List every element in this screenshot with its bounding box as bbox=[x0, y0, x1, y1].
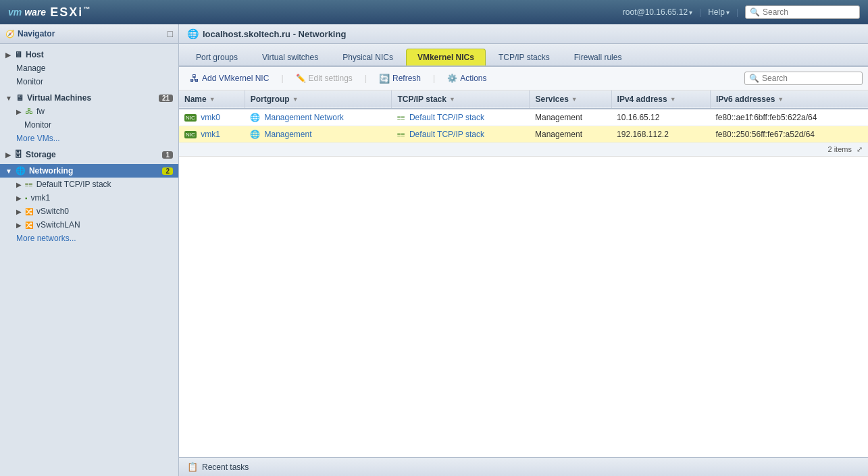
chevron-right-icon3: ▶ bbox=[5, 151, 11, 159]
chevron-down-icon2: ▼ bbox=[5, 167, 12, 175]
col-header-ipv6[interactable]: IPv6 addresses ▼ bbox=[710, 90, 868, 109]
expand-icon[interactable]: ⤢ bbox=[857, 145, 863, 153]
main-layout: 🧭 Navigator □ ▶ 🖥 Host Manage Monitor bbox=[0, 24, 868, 476]
sidebar-item-more-vms[interactable]: More VMs... bbox=[0, 132, 178, 145]
user-display[interactable]: root@10.16.65.12 ▾ bbox=[623, 7, 692, 17]
sort-icon-services: ▼ bbox=[571, 96, 578, 103]
col-header-tcpip[interactable]: TCP/IP stack ▼ bbox=[392, 90, 530, 109]
sidebar-section-networking: ▼ 🌐 Networking 2 ▶ ≡≡ Default TCP/IP sta… bbox=[0, 163, 178, 246]
help-dropdown-icon: ▾ bbox=[726, 9, 730, 16]
recent-tasks-icon: 📋 bbox=[187, 462, 198, 472]
cell-portgroup-0: 🌐 Management Network bbox=[245, 109, 392, 126]
col-header-services[interactable]: Services ▼ bbox=[530, 90, 611, 109]
toolbar-separator2: | bbox=[365, 74, 367, 83]
edit-settings-button[interactable]: ✏️ Edit settings bbox=[290, 72, 358, 85]
chevron-down-icon: ▼ bbox=[5, 95, 12, 102]
sidebar-item-manage[interactable]: Manage bbox=[0, 61, 178, 75]
cell-ipv4-1: 192.168.112.2 bbox=[611, 126, 710, 143]
sidebar-item-vmk1[interactable]: ▶ ▪ vmk1 bbox=[0, 191, 178, 205]
sidebar-section-storage: ▶ 🗄 Storage 1 bbox=[0, 147, 178, 163]
networking-icon: 🌐 bbox=[16, 166, 26, 176]
header-search-input[interactable] bbox=[763, 7, 855, 17]
content-area: 🌐 localhost.skoltech.ru - Networking Por… bbox=[179, 24, 868, 476]
cell-services-0: Management bbox=[530, 109, 611, 126]
cell-ipv6-1: fe80::250:56ff:fe67:a52d/64 bbox=[710, 126, 868, 143]
refresh-icon: 🔄 bbox=[379, 74, 390, 84]
col-header-name[interactable]: Name ▼ bbox=[179, 90, 245, 109]
vmware-logo-text: vm bbox=[8, 7, 22, 18]
col-header-portgroup[interactable]: Portgroup ▼ bbox=[245, 90, 392, 109]
tab-tcpip-stacks[interactable]: TCP/IP stacks bbox=[487, 49, 561, 65]
vmware-logo-text2: ware bbox=[24, 7, 46, 18]
table-row[interactable]: NIC vmk1 🌐 Management ≡≡ Default TCP/IP … bbox=[179, 126, 868, 143]
chevron-right-icon5: ▶ bbox=[16, 194, 22, 202]
tabs-bar: Port groups Virtual switches Physical NI… bbox=[179, 44, 868, 67]
sort-icon-tcpip: ▼ bbox=[449, 96, 455, 103]
toolbar-separator3: | bbox=[433, 74, 435, 83]
vmkernel-nics-table: Name ▼ Portgroup ▼ TCP/I bbox=[179, 90, 868, 143]
data-table: Name ▼ Portgroup ▼ TCP/I bbox=[179, 90, 868, 457]
cell-ipv4-0: 10.16.65.12 bbox=[611, 109, 710, 126]
chevron-right-icon6: ▶ bbox=[16, 208, 22, 215]
gear-icon: ⚙️ bbox=[447, 74, 457, 83]
chevron-right-icon4: ▶ bbox=[16, 181, 22, 188]
tab-physical-nics[interactable]: Physical NICs bbox=[331, 49, 405, 65]
edit-icon: ✏️ bbox=[296, 74, 306, 83]
cell-ipv6-0: fe80::ae1f:6bff:feb5:622a/64 bbox=[710, 109, 868, 126]
sidebar: 🧭 Navigator □ ▶ 🖥 Host Manage Monitor bbox=[0, 24, 179, 476]
chevron-right-icon: ▶ bbox=[5, 51, 11, 59]
sidebar-item-storage[interactable]: ▶ 🗄 Storage 1 bbox=[0, 148, 178, 161]
globe-icon-1: 🌐 bbox=[250, 130, 260, 139]
sidebar-section-vms: ▼ 🖥 Virtual Machines 21 ▶ 🖧 fw Monitor M… bbox=[0, 90, 178, 147]
vm-badge: 21 bbox=[159, 95, 173, 102]
navigator-title: 🧭 Navigator bbox=[5, 29, 55, 38]
help-button[interactable]: Help ▾ bbox=[708, 7, 730, 17]
table-row[interactable]: NIC vmk0 🌐 Management Network ≡≡ Default… bbox=[179, 109, 868, 126]
cell-name-0: NIC vmk0 bbox=[179, 109, 245, 126]
col-header-ipv4[interactable]: IPv4 address ▼ bbox=[611, 90, 710, 109]
sidebar-item-virtual-machines[interactable]: ▼ 🖥 Virtual Machines 21 bbox=[0, 91, 178, 105]
stack-icon-0: ≡≡ bbox=[397, 114, 405, 122]
actions-button[interactable]: ⚙️ Actions bbox=[442, 72, 492, 85]
header-search-box[interactable]: 🔍 bbox=[745, 5, 860, 19]
sidebar-item-default-tcpip[interactable]: ▶ ≡≡ Default TCP/IP stack bbox=[0, 178, 178, 191]
toolbar-separator1: | bbox=[281, 74, 283, 83]
tab-firewall-rules[interactable]: Firewall rules bbox=[563, 49, 634, 65]
sort-icon-ipv4: ▼ bbox=[670, 96, 676, 103]
vmware-logo: vmware ESXi™ bbox=[8, 5, 91, 20]
recent-tasks-bar[interactable]: 📋 Recent tasks bbox=[179, 458, 868, 476]
minimize-button[interactable]: □ bbox=[168, 28, 173, 39]
add-vmkernel-nic-button[interactable]: 🖧 Add VMkernel NIC bbox=[184, 71, 274, 86]
sidebar-content: ▶ 🖥 Host Manage Monitor ▼ 🖥 Virtual Mach… bbox=[0, 44, 178, 476]
sidebar-section-host: ▶ 🖥 Host Manage Monitor bbox=[0, 47, 178, 90]
storage-icon: 🗄 bbox=[14, 150, 22, 159]
toolbar: 🖧 Add VMkernel NIC | ✏️ Edit settings | … bbox=[179, 67, 868, 90]
tab-port-groups[interactable]: Port groups bbox=[184, 49, 249, 65]
content-header: 🌐 localhost.skoltech.ru - Networking bbox=[179, 24, 868, 44]
chevron-right-icon2: ▶ bbox=[16, 108, 22, 115]
refresh-button[interactable]: 🔄 Refresh bbox=[374, 72, 426, 86]
sidebar-item-vswitch0[interactable]: ▶ 🔀 vSwitch0 bbox=[0, 205, 178, 218]
sidebar-item-monitor[interactable]: Monitor bbox=[0, 75, 178, 88]
table-search-box[interactable]: 🔍 bbox=[744, 72, 863, 85]
search-icon2: 🔍 bbox=[749, 74, 759, 83]
sidebar-item-host[interactable]: ▶ 🖥 Host bbox=[0, 48, 178, 61]
sidebar-item-vswitchlan[interactable]: ▶ 🔀 vSwitchLAN bbox=[0, 218, 178, 232]
sidebar-item-networking[interactable]: ▼ 🌐 Networking 2 bbox=[0, 164, 178, 178]
sidebar-item-more-networks[interactable]: More networks... bbox=[0, 232, 178, 245]
tab-vmkernel-nics[interactable]: VMkernel NICs bbox=[406, 49, 486, 65]
sort-icon-portgroup: ▼ bbox=[292, 96, 299, 103]
tab-virtual-switches[interactable]: Virtual switches bbox=[251, 49, 330, 65]
header-right: root@10.16.65.12 ▾ | Help ▾ | 🔍 bbox=[623, 5, 860, 19]
content-title: localhost.skoltech.ru - Networking bbox=[203, 29, 346, 39]
header-separator2: | bbox=[736, 7, 738, 17]
sidebar-item-fw[interactable]: ▶ 🖧 fw bbox=[0, 105, 178, 118]
fw-icon: 🖧 bbox=[25, 107, 33, 116]
globe-icon-0: 🌐 bbox=[250, 113, 260, 122]
cell-tcpip-1: ≡≡ Default TCP/IP stack bbox=[392, 126, 530, 143]
table-search-input[interactable] bbox=[762, 74, 858, 83]
cell-portgroup-1: 🌐 Management bbox=[245, 126, 392, 143]
navigator-icon: 🧭 bbox=[5, 30, 15, 38]
search-icon: 🔍 bbox=[750, 7, 760, 17]
sidebar-item-fw-monitor[interactable]: Monitor bbox=[0, 118, 178, 132]
